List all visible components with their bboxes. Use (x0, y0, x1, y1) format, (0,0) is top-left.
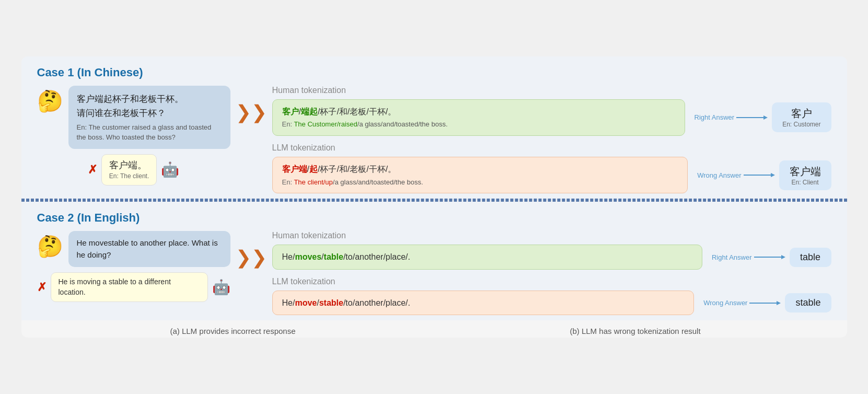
case2-right-panel: Human tokenization He/moves/table/to/ano… (272, 231, 831, 315)
case2-human-tok-block: Human tokenization He/moves/table/to/ano… (272, 231, 831, 270)
case1-human-tok-cn: 客户/端起/杯子/和/老板/干杯/。 (282, 105, 675, 119)
case1-right-answer-label: Right Answer (695, 113, 735, 121)
case1-section: Case 1 (In Chinese) 🤔 客户端起杯子和老板干杯。请问谁在和老… (21, 56, 847, 201)
case1-human-tok-cn-h1: 客户 (282, 107, 299, 116)
case2-question-text: He movestable to another place. What is … (77, 237, 222, 261)
case1-wrong-en: En: The client. (109, 172, 149, 181)
robot-icon-2: 🤖 (212, 279, 230, 296)
case1-llm-tok-row: 客户端/起/杯子/和/老板/干杯/。 En: The client/up/a g… (272, 157, 831, 193)
right-arrow-svg-2 (754, 253, 785, 261)
case1-llm-tok-en: En: The client/up/a glass/and/toasted/th… (282, 177, 678, 188)
case1-human-answer-arrow: Right Answer 客户 En: Customer (695, 102, 831, 132)
case1-right-arrow-label: Right Answer (695, 113, 768, 122)
case2-human-tok-h1: moves (295, 252, 321, 261)
case1-wrong-answer-box: 客户端 En: Client (779, 160, 831, 190)
case1-llm-answer-arrow: Wrong Answer 客户端 En: Client (697, 160, 831, 190)
case1-title: Case 1 (In Chinese) (37, 66, 831, 79)
case1-right-answer-cn: 客户 (782, 107, 820, 121)
case2-llm-tok-box: He/move/stable/to/another/place/. (272, 291, 695, 316)
case1-wrong-answer-en: En: Client (790, 179, 821, 186)
case1-right-panel: Human tokenization 客户/端起/杯子/和/老板/干杯/。 En… (272, 86, 831, 194)
wrong-arrow-svg-2 (749, 299, 781, 307)
case2-llm-tok-row: He/move/stable/to/another/place/. Wrong … (272, 291, 831, 316)
case2-right-arrow-label: Right Answer (712, 253, 785, 261)
case1-right-answer-en: En: Customer (782, 121, 820, 128)
svg-marker-1 (763, 115, 768, 120)
case2-row: 🤔 He movestable to another place. What i… (37, 231, 831, 315)
case1-arrow: ❮❮ (230, 86, 272, 123)
wrong-icon-1: ✗ (88, 163, 97, 177)
case1-human-tok-cn-h2: 端起 (301, 107, 318, 116)
svg-marker-3 (771, 173, 775, 177)
case2-answer-row: ✗ He is moving a stable to a different l… (37, 272, 230, 302)
robot-icon-1: 🤖 (161, 161, 179, 178)
bottom-label-left: (a) LLM provides incorrect response (32, 327, 434, 335)
case2-wrong-bubble: He is moving a stable to a different loc… (51, 272, 208, 302)
wrong-icon-2: ✗ (37, 281, 47, 294)
case2-llm-tok-block: LLM tokenization He/move/stable/to/anoth… (272, 277, 831, 316)
case1-question-box: 客户端起杯子和老板干杯。请问谁在和老板干杯？ En: The customer … (68, 86, 230, 149)
case2-llm-tok-tokens: He/move/stable/to/another/place/. (282, 296, 685, 310)
case1-question-en: En: The customer raised a glass and toas… (77, 122, 222, 143)
case2-title: Case 2 (In English) (37, 211, 831, 225)
case1-left-panel: 🤔 客户端起杯子和老板干杯。请问谁在和老板干杯？ En: The custome… (37, 86, 230, 186)
thinking-emoji-2: 🤔 (37, 234, 63, 259)
case2-wrong-text: He is moving a stable to a different loc… (59, 277, 200, 297)
double-chevron-2: ❮❮ (236, 247, 267, 269)
svg-marker-7 (777, 301, 781, 305)
case2-llm-tok-label: LLM tokenization (272, 277, 831, 286)
wrong-arrow-svg-1 (744, 171, 775, 179)
case1-llm-tok-cn-h2: 起 (309, 165, 318, 173)
case2-human-tok-row: He/moves/table/to/another/place/. Right … (272, 245, 831, 270)
main-container: Case 1 (In Chinese) 🤔 客户端起杯子和老板干杯。请问谁在和老… (21, 56, 847, 338)
case2-wrong-arrow-label: Wrong Answer (703, 299, 781, 307)
case1-wrong-cn: 客户端。 (109, 159, 149, 172)
case1-question-cn: 客户端起杯子和老板干杯。请问谁在和老板干杯？ (77, 92, 222, 120)
case2-right-answer-label: Right Answer (712, 253, 752, 261)
case2-human-answer-arrow: Right Answer table (712, 248, 831, 267)
case2-right-answer-box: table (790, 248, 831, 267)
case2-llm-tok-h2: stable (319, 298, 343, 307)
bottom-label-right: (b) LLM has wrong tokenization result (434, 327, 837, 335)
case2-left-panel: 🤔 He movestable to another place. What i… (37, 231, 230, 302)
case2-arrow: ❮❮ (230, 231, 272, 269)
case1-llm-tok-box: 客户端/起/杯子/和/老板/干杯/。 En: The client/up/a g… (272, 157, 688, 193)
case1-human-tok-box: 客户/端起/杯子/和/老板/干杯/。 En: The Customer/rais… (272, 99, 685, 136)
case1-llm-tok-block: LLM tokenization 客户端/起/杯子/和/老板/干杯/。 En: … (272, 143, 831, 193)
case1-llm-tok-label: LLM tokenization (272, 143, 831, 153)
case1-wrong-bubble: 客户端。 En: The client. (101, 154, 157, 186)
case1-human-tok-en: En: The Customer/raised/a glass/and/toas… (282, 119, 675, 130)
case1-right-answer-box: 客户 En: Customer (772, 102, 831, 132)
case1-row: 🤔 客户端起杯子和老板干杯。请问谁在和老板干杯？ En: The custome… (37, 86, 831, 194)
case1-wrong-answer-label: Wrong Answer (697, 171, 741, 179)
case2-wrong-answer-box: stable (785, 293, 831, 312)
case2-section: Case 2 (In English) 🤔 He movestable to a… (21, 202, 847, 320)
case2-llm-tok-h1: move (295, 298, 317, 307)
case2-llm-answer-arrow: Wrong Answer stable (703, 293, 831, 312)
case1-llm-tok-cn-h1: 客户端 (282, 165, 307, 173)
bottom-labels: (a) LLM provides incorrect response (b) … (21, 322, 847, 338)
case1-answer-row: ✗ 客户端。 En: The client. 🤖 (37, 154, 230, 186)
thinking-emoji-1: 🤔 (37, 89, 63, 113)
case2-human-tok-box: He/moves/table/to/another/place/. (272, 245, 702, 270)
case2-wrong-answer-label: Wrong Answer (703, 299, 747, 307)
case1-human-tok-block: Human tokenization 客户/端起/杯子/和/老板/干杯/。 En… (272, 86, 831, 136)
case1-human-tok-row: 客户/端起/杯子/和/老板/干杯/。 En: The Customer/rais… (272, 99, 831, 136)
double-chevron-1: ❮❮ (236, 101, 267, 123)
svg-marker-5 (781, 255, 785, 259)
case1-wrong-answer-cn: 客户端 (790, 165, 821, 179)
case2-human-tok-label: Human tokenization (272, 231, 831, 240)
case1-human-tok-label: Human tokenization (272, 86, 831, 95)
case1-wrong-arrow-label: Wrong Answer (697, 171, 774, 179)
case1-llm-tok-cn: 客户端/起/杯子/和/老板/干杯/。 (282, 163, 678, 176)
case2-question-box: He movestable to another place. What is … (68, 231, 230, 267)
case2-human-tok-tokens: He/moves/table/to/another/place/. (282, 250, 692, 264)
right-arrow-svg-1 (736, 113, 768, 122)
case2-human-tok-h2: table (324, 252, 343, 261)
